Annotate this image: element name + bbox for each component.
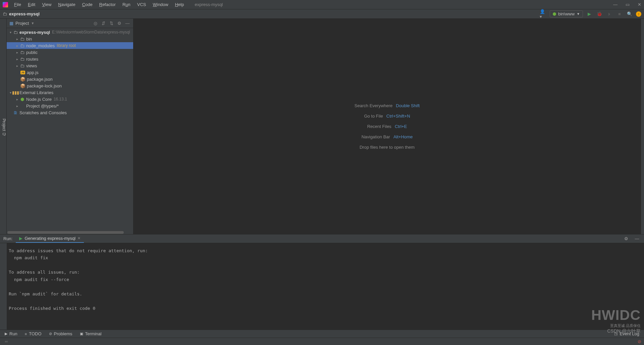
hint-search-everywhere: Search Everywhere Double Shift [355,103,420,108]
bottom-tab-run[interactable]: ▶Run [2,331,20,337]
error-indicator-icon[interactable]: ⊘ [638,339,641,344]
run-panel-label: Run: [0,236,16,241]
main-menu: FFileile Edit View Navigate Code Refacto… [11,1,186,8]
run-console-output[interactable]: To address issues that do not require at… [7,243,644,330]
json-file-icon: 📦 [20,83,25,88]
run-panel-header: Run: ▶ Generating express-mysql ✕ ⚙ — [0,234,644,243]
menu-help[interactable]: Help [172,1,187,8]
menu-edit[interactable]: Edit [25,1,38,8]
scratches-icon: 🗎 [13,110,18,115]
left-tool-strip: 🗀 Project ≣ Structure ★ Favorites npm [0,19,7,234]
add-user-icon[interactable]: 👤▾ [540,10,547,18]
menu-file[interactable]: FFileile [11,1,24,8]
hint-recent-files: Recent Files Ctrl+E [367,124,407,129]
project-view-icon: ▦ [9,21,13,26]
collapse-all-icon[interactable]: ⇅ [108,20,114,27]
run-config-name: bin\www [558,11,575,16]
menu-code[interactable]: Code [79,1,95,8]
run-tab[interactable]: ▶ Generating express-mysql ✕ [16,234,84,243]
bottom-tab-todo[interactable]: ≡TODO [22,331,44,337]
bottom-tab-problems[interactable]: ⊘Problems [46,331,75,337]
run-play-icon: ▶ [5,332,7,336]
tree-file-package-json[interactable]: 📦 package.json [7,76,133,82]
folder-icon: 🗀 [3,11,7,16]
run-button[interactable]: ▶ [586,10,593,18]
folder-icon: 🗀 [19,57,25,62]
event-log-icon: ◳ [614,332,618,336]
run-gutter [0,243,7,330]
menu-navigate[interactable]: Navigate [55,1,78,8]
run-play-icon: ▶ [19,236,22,241]
tree-external-libraries[interactable]: ▾ ▮▮▮ External Libraries [7,89,133,96]
close-tab-icon[interactable]: ✕ [77,236,80,240]
nodejs-icon [553,12,556,16]
hide-panel-icon[interactable]: — [633,235,641,243]
menu-vcs[interactable]: VCS [135,1,149,8]
menu-window[interactable]: Window [150,1,171,8]
navigation-bar: 🗀 express-mysql 👤▾ bin\www ▼ ▶ 🐞 ⏵ ■ 🔍 ↑ [0,9,644,19]
tree-folder-routes[interactable]: ▸ 🗀 routes [7,56,133,62]
tree-folder-public[interactable]: ▸ 🗀 public [7,49,133,56]
left-tab-project[interactable]: 🗀 Project [2,119,6,137]
hint-drop-files: Drop files here to open them [360,145,415,150]
breadcrumb-item: express-mysql [9,11,40,16]
tree-root[interactable]: ▾ 🗀 express-mysql E:\Webstorm\webStormDa… [7,29,133,36]
tree-folder-bin[interactable]: ▸ 🗀 bin [7,36,133,42]
select-opened-file-icon[interactable]: ◎ [92,20,98,27]
folder-icon: 🗀 [19,43,25,48]
titlebar: FFileile Edit View Navigate Code Refacto… [0,0,644,9]
todo-icon: ≡ [25,332,27,336]
search-icon[interactable]: 🔍 [626,10,633,18]
coverage-button[interactable]: ⏵ [606,10,613,18]
debug-button[interactable]: 🐞 [596,10,603,18]
project-panel-header: ▦ Project ▼ ◎ ⇵ ⇅ ⚙ — [7,19,133,28]
project-panel-title[interactable]: ▦ Project ▼ [9,21,34,26]
folder-icon: 🗀 [13,30,18,35]
bottom-tool-tabs: ▶Run ≡TODO ⊘Problems ▣Terminal ◳Event Lo… [0,330,644,338]
stop-button[interactable]: ■ [616,10,623,18]
event-log-button[interactable]: ◳Event Log [611,331,642,337]
terminal-icon: ▣ [80,332,83,336]
close-icon[interactable]: ✕ [638,2,641,7]
folder-icon: 🗀 [19,50,25,55]
updates-icon[interactable]: ↑ [636,11,641,17]
gear-icon[interactable]: ⚙ [623,235,630,243]
right-gutter [641,19,644,234]
breadcrumb[interactable]: 🗀 express-mysql [3,11,40,16]
chevron-down-icon: ▼ [31,21,34,25]
tree-folder-node-modules[interactable]: ▸ 🗀 node_modules library root [7,42,133,49]
folder-icon: 🗀 [19,63,25,68]
project-tool-window: ▦ Project ▼ ◎ ⇵ ⇅ ⚙ — ▾ 🗀 express-mysql … [7,19,133,234]
minimize-icon[interactable]: — [613,2,618,7]
project-tree[interactable]: ▾ 🗀 express-mysql E:\Webstorm\webStormDa… [7,28,133,231]
tree-types[interactable]: ▸ Project @types/* [7,102,133,109]
tree-file-package-lock[interactable]: 📦 package-lock.json [7,82,133,89]
tree-scratches[interactable]: 🗎 Scratches and Consoles [7,109,133,116]
hint-navigation-bar: Navigation Bar Alt+Home [362,134,413,139]
project-horizontal-scrollbar[interactable] [7,231,133,234]
editor-empty-state[interactable]: Search Everywhere Double Shift Go to Fil… [133,19,641,234]
tree-nodejs-core[interactable]: ▸ ⬢ Node.js Core 16.13.1 [7,96,133,102]
chevron-down-icon: ▼ [577,12,580,16]
tree-file-appjs[interactable]: JS app.js [7,69,133,76]
bottom-tab-terminal[interactable]: ▣Terminal [77,331,104,337]
hint-go-to-file: Go to File Ctrl+Shift+N [364,114,410,119]
main-area: 🗀 Project ≣ Structure ★ Favorites npm ▦ … [0,19,644,234]
run-tool-window: Run: ▶ Generating express-mysql ✕ ⚙ — To… [0,234,644,330]
gear-icon[interactable]: ⚙ [116,20,122,27]
run-tab-name: Generating express-mysql [24,236,75,241]
tool-windows-icon[interactable]: ▫▫ [3,338,10,345]
menu-view[interactable]: View [39,1,54,8]
maximize-icon[interactable]: ▭ [626,2,630,7]
menu-run[interactable]: Run [120,1,133,8]
tree-folder-views[interactable]: ▸ 🗀 views [7,62,133,69]
expand-all-icon[interactable]: ⇵ [100,20,106,27]
nodejs-icon: ⬢ [19,97,25,102]
run-configuration-selector[interactable]: bin\www ▼ [550,10,583,17]
library-icon: ▮▮▮ [13,90,18,95]
json-file-icon: 📦 [20,77,25,82]
hide-panel-icon[interactable]: — [124,20,130,27]
js-file-icon: JS [20,71,25,74]
folder-icon: 🗀 [19,37,25,42]
menu-refactor[interactable]: Refactor [97,1,118,8]
